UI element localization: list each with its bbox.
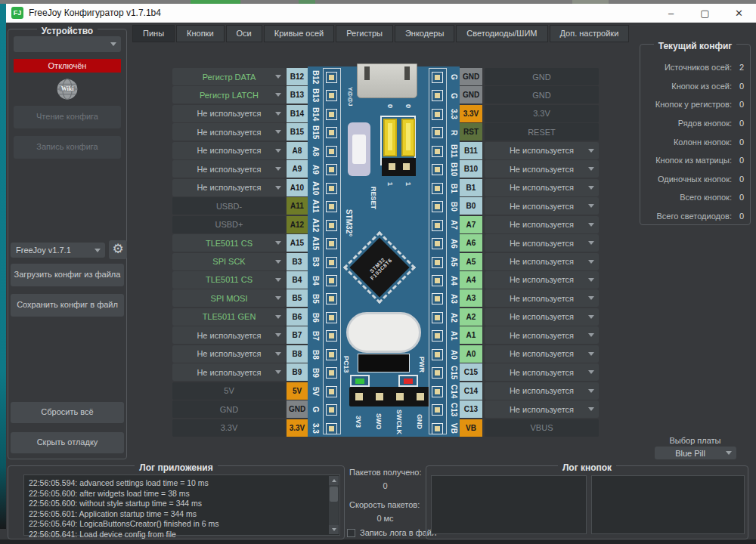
minimize-button[interactable]: –: [654, 4, 688, 23]
packet-speed-label: Скорость пакетов:: [349, 500, 420, 509]
config-stat-value: 0: [732, 119, 744, 128]
chevron-down-icon: [588, 241, 594, 245]
pin-label-GND: GND: [460, 68, 482, 85]
pin-function-select[interactable]: Не используется: [485, 326, 599, 344]
pin-label-C13: C13: [460, 400, 482, 418]
pin-label-B1: B1: [460, 179, 482, 196]
app-log-title: Лог приложения: [135, 462, 217, 473]
board-select[interactable]: Blue Pill: [655, 447, 736, 459]
pin-function-static: GND: [485, 68, 599, 85]
button-log-right[interactable]: [591, 475, 745, 534]
chevron-down-icon: [588, 333, 594, 337]
swd-label-SWO: SWO: [372, 408, 383, 435]
pin-label-B10: B10: [460, 160, 482, 178]
pin-function-select[interactable]: Не используется: [485, 382, 599, 400]
maximize-button[interactable]: ▢: [688, 4, 722, 23]
pin-function-select[interactable]: Не используется: [485, 234, 599, 252]
scrollbar-thumb[interactable]: [330, 487, 338, 502]
tab-7[interactable]: Светодиоды/ШИМ: [456, 25, 547, 42]
pin-function-select[interactable]: Не используется: [485, 289, 599, 307]
log-line-3: 22:56:05.600: without style startup time…: [29, 499, 327, 509]
chevron-down-icon: [588, 149, 594, 153]
button-log-panel: Лог кнопок: [426, 465, 748, 539]
log-line-4: 22:56:05.601: Application startup time =…: [29, 509, 327, 520]
pin-function-select[interactable]: Не используется: [485, 400, 599, 418]
config-stat-row-1: Источников осей:2: [640, 58, 750, 77]
config-stat-value: 0: [732, 175, 744, 184]
scroll-up-icon[interactable]: [329, 476, 339, 485]
pin-function-select[interactable]: Не используется: [485, 197, 599, 215]
pin-function-select[interactable]: Не используется: [485, 308, 599, 326]
pin-label-B11: B11: [460, 142, 482, 159]
config-stat-value: 0: [732, 138, 744, 147]
chevron-down-icon: [588, 278, 594, 282]
pin-function-select[interactable]: Не используется: [485, 363, 599, 381]
title-bar: FJ FreeJoy Конфигуратор v1.7.1b4 – ▢ ✕: [6, 4, 756, 23]
config-stat-label: Колонн кнопок:: [674, 138, 732, 147]
tab-4[interactable]: Кривые осей: [264, 25, 334, 42]
device-select[interactable]: [14, 36, 121, 52]
button-log-left[interactable]: [431, 475, 587, 534]
swd-labels: 3V3SWOSWCLKGND: [308, 66, 460, 437]
app-log-scrollbar[interactable]: [329, 476, 339, 534]
swd-label-GND: GND: [413, 408, 423, 435]
config-stat-label: Кнопок из матрицы:: [655, 156, 732, 165]
pin-label-VB: VB: [460, 419, 482, 437]
chevron-down-icon: [588, 186, 594, 190]
log-line-6: 22:56:05.641: Load device config from fi…: [29, 530, 327, 540]
pin-function-select[interactable]: Не используется: [485, 345, 599, 363]
tab-6[interactable]: Энкодеры: [395, 25, 454, 42]
tab-1[interactable]: Пины: [132, 25, 175, 42]
packets-received-value: 0: [349, 481, 421, 490]
pin-function-select[interactable]: Не используется: [485, 160, 599, 178]
board-select-label: Выбор платы: [640, 436, 751, 445]
config-stat-row-4: Рядов кнопок:0: [640, 114, 750, 133]
config-stat-value: 0: [732, 100, 744, 109]
packets-received-label: Пакетов получено:: [349, 468, 422, 477]
config-stat-row-3: Кнопок у регистров:0: [640, 95, 750, 114]
pin-label-3.3V: 3.3V: [460, 105, 482, 122]
chevron-down-icon: [588, 260, 594, 264]
tab-8[interactable]: Доп. настройки: [550, 25, 630, 42]
pin-label-B0: B0: [460, 197, 482, 215]
pin-function-select[interactable]: Не используется: [485, 253, 599, 270]
pin-function-static: RESET: [485, 123, 599, 141]
config-stat-label: Одиночных кнопок:: [658, 175, 732, 184]
log-to-file-checkbox[interactable]: [347, 529, 355, 537]
pin-label-C15: C15: [460, 363, 482, 381]
tab-bar: ПиныКнопкиОсиКривые осейРегистрыЭнкодеры…: [132, 25, 629, 42]
chevron-down-icon: [588, 370, 594, 374]
config-stat-label: Рядов кнопок:: [678, 119, 732, 128]
swd-label-3V3: 3V3: [352, 408, 362, 435]
chevron-down-icon: [588, 223, 594, 227]
close-button[interactable]: ✕: [722, 4, 756, 23]
packet-speed-value: 0 мс: [349, 514, 421, 523]
current-config-panel: Текущий конфиг Источников осей:2Кнопок и…: [640, 44, 751, 225]
device-panel-title: Устройство: [37, 26, 98, 36]
pin-label-A7: A7: [460, 216, 482, 233]
pin-function-select[interactable]: Не используется: [485, 271, 599, 289]
config-stat-row-9: Всего светодиодов:0: [640, 207, 750, 226]
pin-function-select[interactable]: Не используется: [485, 179, 599, 196]
config-stat-label: Источников осей:: [665, 63, 732, 72]
config-stat-row-5: Колонн кнопок:0: [640, 132, 750, 151]
pin-function-select[interactable]: Не используется: [485, 142, 599, 159]
chevron-down-icon: [726, 451, 732, 455]
config-stat-label: Кнопок у регистров:: [655, 100, 732, 109]
freejoy-configurator-window: { "window": { "title": "FreeJoy Конфигур…: [0, 0, 756, 544]
chevron-down-icon: [588, 407, 594, 411]
log-line-2: 22:56:05.600: after widgets load time = …: [29, 489, 327, 499]
app-log-viewer[interactable]: 22:56:05.594: advanced settings load tim…: [23, 474, 340, 536]
scroll-down-icon[interactable]: [329, 525, 339, 534]
tab-2[interactable]: Кнопки: [176, 25, 225, 42]
tab-5[interactable]: Регистры: [336, 25, 393, 42]
chevron-down-icon: [110, 42, 116, 46]
config-stat-label: Всего светодиодов:: [656, 212, 732, 221]
tab-3[interactable]: Оси: [226, 25, 262, 42]
pin-label-A0: A0: [460, 345, 482, 363]
config-stat-value: 2: [732, 63, 744, 72]
config-stat-value: 0: [732, 212, 744, 221]
chevron-down-icon: [588, 352, 594, 356]
app-icon: FJ: [11, 7, 23, 19]
pin-function-select[interactable]: Не используется: [485, 216, 599, 233]
